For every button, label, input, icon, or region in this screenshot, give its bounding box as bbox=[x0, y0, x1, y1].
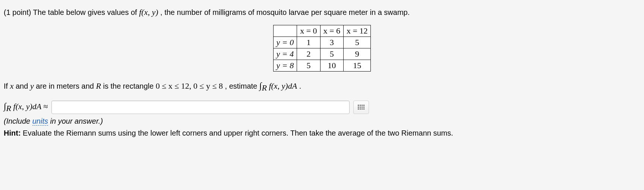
col-header: x = 12 bbox=[344, 25, 371, 37]
table-cell: 15 bbox=[344, 60, 371, 71]
q-text: , estimate bbox=[225, 82, 259, 90]
table-cell: 10 bbox=[320, 60, 343, 71]
q-text: and bbox=[16, 82, 30, 90]
table-row: y = 0 1 3 5 bbox=[273, 37, 371, 48]
table-cell: 3 bbox=[320, 37, 343, 48]
equation-keypad-button[interactable] bbox=[353, 101, 369, 114]
var-R: R bbox=[96, 81, 101, 91]
integral-subscript: R bbox=[6, 104, 11, 113]
row-header: y = 8 bbox=[273, 60, 297, 71]
hint-label: Hint: bbox=[4, 129, 23, 137]
question-line: If x and y are in meters and R is the re… bbox=[4, 79, 640, 94]
answer-label: ∫R f(x, y)dA ≈ bbox=[4, 101, 48, 113]
data-table-wrap: x = 0 x = 6 x = 12 y = 0 1 3 5 y = 4 2 5… bbox=[4, 25, 640, 72]
data-table: x = 0 x = 6 x = 12 y = 0 1 3 5 y = 4 2 5… bbox=[273, 25, 371, 72]
table-cell: 5 bbox=[344, 37, 371, 48]
domain-text: 0 ≤ x ≤ 12, 0 ≤ y ≤ 8 bbox=[156, 81, 223, 91]
integrand: f(x, y)dA bbox=[269, 81, 297, 91]
keypad-icon bbox=[358, 105, 364, 110]
units-link[interactable]: units bbox=[32, 117, 48, 126]
problem-statement: (1 point) The table below gives values o… bbox=[4, 7, 640, 18]
answer-input[interactable] bbox=[51, 101, 350, 114]
units-note-close: in your answer.) bbox=[48, 117, 103, 125]
q-text: is the rectangle bbox=[103, 82, 155, 90]
table-row: y = 8 5 10 15 bbox=[273, 60, 371, 71]
q-text: If bbox=[4, 82, 10, 90]
table-cell: 5 bbox=[297, 60, 320, 71]
col-header: x = 0 bbox=[297, 25, 320, 37]
table-cell: 2 bbox=[297, 48, 320, 60]
hint-line: Hint: Evaluate the Riemann sums using th… bbox=[4, 128, 640, 138]
var-y: y bbox=[30, 81, 34, 91]
units-note: (Include units in your answer.) bbox=[4, 117, 640, 126]
integral-subscript: R bbox=[262, 83, 266, 92]
integral-sign: ∫ bbox=[4, 101, 6, 111]
hint-text: Evaluate the Riemann sums using the lowe… bbox=[23, 129, 453, 137]
table-cell: 5 bbox=[320, 48, 343, 60]
q-period: . bbox=[299, 82, 302, 90]
table-cell: 1 bbox=[297, 37, 320, 48]
units-note-open: (Include bbox=[4, 117, 32, 125]
points-label: (1 point) bbox=[4, 8, 33, 16]
table-row: y = 4 2 5 9 bbox=[273, 48, 371, 60]
table-corner-cell bbox=[273, 25, 297, 37]
answer-label-rest: f(x, y)dA ≈ bbox=[13, 102, 48, 111]
col-header: x = 6 bbox=[320, 25, 343, 37]
intro-text-a: The table below gives values of bbox=[33, 8, 139, 16]
intro-text-b: , the number of milligrams of mosquito l… bbox=[160, 8, 410, 16]
table-cell: 9 bbox=[344, 48, 371, 60]
var-x: x bbox=[10, 81, 14, 91]
q-text: are in meters and bbox=[36, 82, 96, 90]
table-header-row: x = 0 x = 6 x = 12 bbox=[273, 25, 371, 37]
function-fxy: f(x, y) bbox=[139, 7, 158, 17]
row-header: y = 0 bbox=[273, 37, 297, 48]
answer-row: ∫R f(x, y)dA ≈ bbox=[4, 101, 640, 114]
row-header: y = 4 bbox=[273, 48, 297, 60]
